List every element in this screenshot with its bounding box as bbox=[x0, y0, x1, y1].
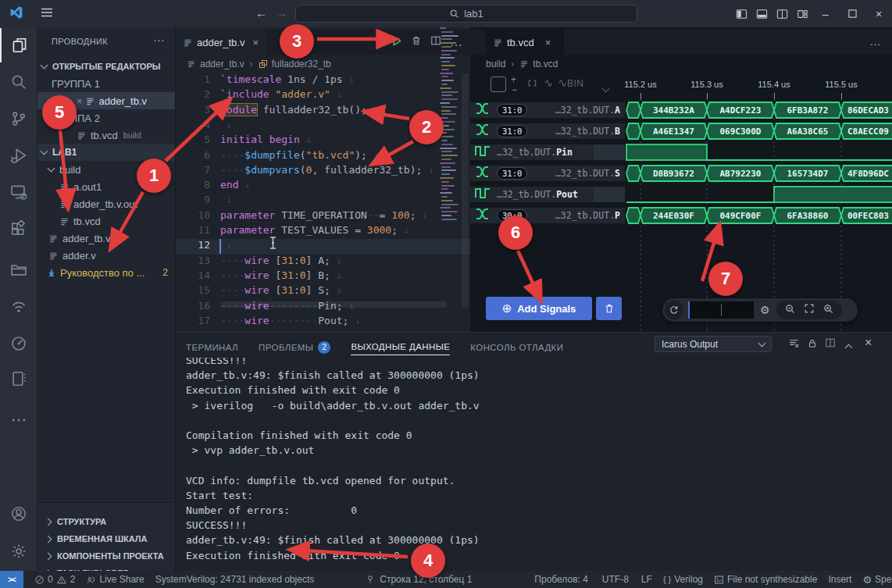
panel-tab-выходные-данные[interactable]: ВЫХОДНЫЕ ДАННЫЕ bbox=[351, 342, 450, 355]
cursor-position[interactable]: Строка 12, столбец 1 bbox=[380, 574, 472, 585]
activity-source-control-icon[interactable] bbox=[0, 102, 37, 136]
signal-row-P[interactable]: 30:0…32_tb.DUT.P bbox=[470, 208, 625, 223]
select-all-checkbox[interactable] bbox=[491, 77, 506, 92]
output-channel-select[interactable]: Icarus Output bbox=[655, 336, 772, 352]
toggle-panel-icon[interactable] bbox=[751, 0, 772, 27]
toggle-sidebar-icon[interactable] bbox=[731, 0, 751, 27]
eol-status[interactable]: LF bbox=[641, 574, 652, 585]
remote-indicator[interactable]: >< bbox=[0, 571, 23, 588]
tree-item--2[interactable]: ГРУППА 2 bbox=[37, 109, 176, 127]
signal-row-B[interactable]: 31:0…32_tb.DUT.B bbox=[470, 123, 625, 139]
zoom-in-button[interactable] bbox=[822, 303, 834, 318]
radix-select[interactable]: BIN bbox=[567, 78, 584, 89]
tree-item-adder_tb.v[interactable]: ×adder_tb.v bbox=[37, 92, 176, 109]
tab-adder-tb-v[interactable]: adder_tb.v × bbox=[176, 30, 268, 55]
tree-item-build[interactable]: build bbox=[37, 161, 176, 178]
activity-run-debug-icon[interactable] bbox=[0, 138, 37, 173]
analog-wave-icon[interactable] bbox=[544, 77, 556, 92]
collapse-icon[interactable]: − bbox=[512, 84, 517, 95]
tree-item--[interactable]: ОТКРЫТЫЕ РЕДАКТОРЫ bbox=[37, 58, 176, 75]
activity-project-folder-icon[interactable] bbox=[0, 252, 37, 287]
expand-icon[interactable]: + bbox=[511, 74, 516, 85]
signal-row-Pout[interactable]: …32_tb.DUT.Pout bbox=[470, 187, 625, 202]
gear-icon[interactable]: ⚙ bbox=[760, 304, 770, 316]
activity-wireless-icon[interactable] bbox=[0, 289, 37, 323]
signal-row-Pin[interactable]: …32_tb.DUT.Pin bbox=[470, 144, 625, 160]
live-share-status[interactable]: Live Share bbox=[86, 574, 144, 585]
breadcrumb-symbol[interactable]: fulladder32_tb bbox=[272, 59, 331, 69]
activity-remote-explorer-icon[interactable] bbox=[0, 175, 37, 209]
editor-horizontal-scrollbar[interactable] bbox=[220, 301, 447, 308]
command-search-box[interactable]: lab1 bbox=[295, 5, 637, 23]
sidebar-section-компоненты-проекта[interactable]: КОМПОНЕНТЫ ПРОЕКТА bbox=[37, 547, 176, 565]
maximize-button[interactable] bbox=[839, 0, 865, 27]
tab-tb-vcd[interactable]: tb.vcd × bbox=[486, 30, 564, 55]
open-in-editor-icon[interactable] bbox=[825, 337, 836, 351]
tab-close-icon[interactable]: × bbox=[545, 37, 551, 48]
activity-timer-icon[interactable] bbox=[0, 326, 37, 361]
wave-more-actions-icon[interactable]: … bbox=[869, 34, 881, 48]
nav-forward-icon[interactable]: → bbox=[276, 6, 287, 20]
close-icon[interactable]: × bbox=[77, 95, 83, 107]
breadcrumb[interactable]: adder_tb.v › fulladder32_tb bbox=[176, 55, 470, 73]
panel-tab-проблемы[interactable]: ПРОБЛЕМЫ2 bbox=[259, 341, 330, 354]
explorer-more-actions-icon[interactable]: … bbox=[153, 30, 165, 44]
zoom-fit-button[interactable] bbox=[804, 303, 815, 317]
close-panel-icon[interactable]: × bbox=[865, 336, 872, 350]
tree-item-adder_tb.v.out[interactable]: adder_tb.v.out bbox=[37, 195, 176, 212]
encoding-status[interactable]: UTF-8 bbox=[602, 574, 629, 585]
marker-icon[interactable] bbox=[526, 77, 538, 92]
menu-icon[interactable] bbox=[41, 7, 53, 21]
activity-extensions-icon[interactable] bbox=[0, 212, 37, 246]
activity-notebook-icon[interactable] bbox=[0, 362, 37, 396]
customize-layout-icon[interactable] bbox=[792, 0, 812, 27]
trash-icon[interactable] bbox=[411, 35, 422, 49]
lock-icon[interactable] bbox=[807, 337, 818, 352]
breadcrumb-file[interactable]: tb.vcd bbox=[533, 59, 558, 69]
tree-item-adder.v[interactable]: adder.v bbox=[37, 247, 176, 264]
activity-settings-icon[interactable] bbox=[0, 534, 37, 568]
minimize-button[interactable]: – bbox=[812, 0, 839, 27]
tree-item-a.out1[interactable]: a.out1 bbox=[37, 178, 176, 195]
activity-more-icon[interactable] bbox=[0, 403, 37, 437]
zoom-out-button[interactable] bbox=[784, 303, 796, 318]
add-signals-button[interactable]: ⊕ Add Signals bbox=[486, 297, 592, 320]
tree-item-tb.vcd[interactable]: tb.vcdbuild bbox=[37, 127, 176, 144]
code-editor[interactable]: 1`timescale 1ns / 1ps ↓2`include "adder.… bbox=[176, 73, 470, 332]
breadcrumb-file[interactable]: adder_tb.v bbox=[200, 59, 244, 69]
insert-mode[interactable]: Insert bbox=[828, 574, 851, 585]
activity-search-icon[interactable] bbox=[0, 65, 37, 99]
breadcrumb-folder[interactable]: build bbox=[486, 59, 505, 69]
time-input[interactable] bbox=[688, 301, 754, 319]
tree-item-tb.vcd[interactable]: tb.vcd bbox=[37, 212, 176, 230]
terminal-output[interactable]: SUCCESS!!! adder_tb.v:49: $finish called… bbox=[176, 358, 892, 572]
goto-symbol-icon[interactable] bbox=[366, 574, 375, 585]
activity-account-icon[interactable] bbox=[0, 497, 37, 531]
spell-status[interactable]: ⚙Spell bbox=[862, 574, 892, 586]
nav-back-icon[interactable]: ← bbox=[255, 6, 267, 20]
tree-item--1[interactable]: ГРУППА 1 bbox=[37, 75, 176, 92]
synthesis-status[interactable]: File not synthesizable bbox=[714, 574, 817, 585]
sidebar-section-структура[interactable]: СТРУКТУРА bbox=[37, 513, 176, 530]
signal-row-A[interactable]: 31:0…32_tb.DUT.A bbox=[470, 102, 625, 118]
panel-tab-консоль-отладки[interactable]: КОНСОЛЬ ОТЛАДКИ bbox=[470, 343, 563, 352]
clear-output-icon[interactable] bbox=[788, 337, 800, 352]
minimap[interactable] bbox=[440, 27, 460, 230]
problems-status[interactable]: 0 2 bbox=[34, 574, 75, 585]
tree-item-lab1[interactable]: LAB1 bbox=[37, 144, 176, 161]
panel-tab-терминал[interactable]: ТЕРМИНАЛ bbox=[186, 343, 238, 352]
editor-scrollbar[interactable] bbox=[462, 73, 469, 308]
toggle-secondary-sidebar-icon[interactable] bbox=[772, 0, 792, 27]
wave-canvas[interactable]: 344B232AA4DCF2236FB3A87286DECAD3A46E1347… bbox=[625, 99, 892, 332]
indexer-status[interactable]: SystemVerilog: 24731 indexed objects bbox=[155, 574, 314, 585]
activity-files-icon[interactable] bbox=[0, 28, 37, 62]
close-window-button[interactable]: × bbox=[865, 0, 892, 27]
sidebar-section-временная-шкала[interactable]: ВРЕМЕННАЯ ШКАЛА bbox=[37, 530, 176, 547]
tree-item-adder_tb.v[interactable]: adder_tb.v bbox=[37, 230, 176, 247]
indentation-status[interactable]: Пробелов: 4 bbox=[534, 574, 588, 585]
delete-signals-button[interactable] bbox=[596, 297, 622, 320]
tab-close-icon[interactable]: × bbox=[252, 37, 259, 48]
maximize-panel-icon[interactable] bbox=[846, 340, 851, 354]
tree-item--...[interactable]: Руководство по ...2 bbox=[37, 264, 176, 281]
signal-row-S[interactable]: 31:0…32_tb.DUT.S bbox=[470, 166, 625, 181]
